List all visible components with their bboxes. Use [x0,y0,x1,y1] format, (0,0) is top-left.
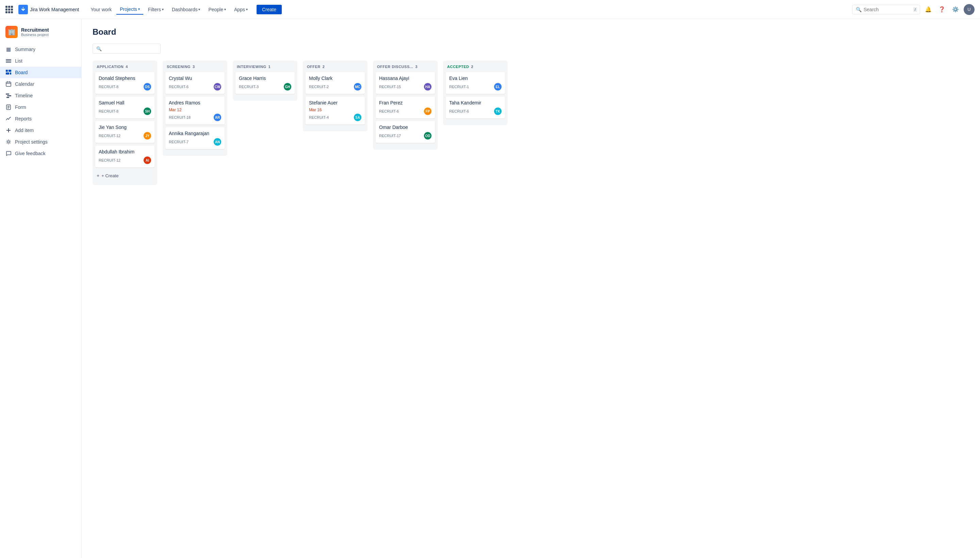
project-avatar: 🏢 [5,26,18,38]
nav-people[interactable]: People ▾ [205,5,229,14]
user-avatar[interactable]: U [964,4,975,15]
sidebar-item-label: Timeline [15,93,33,98]
list-icon [5,58,11,64]
app-layout: 🏢 Recruitment Business project ▦ Summary… [0,0,980,558]
card-taha-kandemir[interactable]: Taha Kandemir RECRUIT-6 TK [446,97,505,118]
sidebar-item-project-settings[interactable]: Project settings [0,136,81,148]
search-box[interactable]: 🔍 / [852,5,920,14]
card-omar-darboe[interactable]: Omar Darboe RECRUIT-17 OD [376,121,435,143]
column-header-application: APPLICATION 4 [95,65,154,69]
sidebar-item-board[interactable]: Board [0,67,81,78]
create-card-button[interactable]: + + Create [95,170,154,181]
column-label-screening: SCREENING [167,65,190,69]
add-item-icon [5,127,11,133]
card-annika-rangarajan[interactable]: Annika Rangarajan RECRUIT-7 AN [165,127,225,149]
card-footer: RECRUIT-18 AR [169,114,221,121]
card-footer: RECRUIT-6 CW [169,83,221,90]
card-footer: RECRUIT-1 EL [449,83,502,90]
topnav-left: Jira Work Management Your work Projects … [5,5,282,15]
nav-dashboards[interactable]: Dashboards ▾ [168,5,204,14]
card-avatar: AN [214,138,221,146]
card-grace-harris[interactable]: Grace Harris RECRUIT-3 GH [235,72,295,94]
search-slash: / [913,7,917,12]
nav-your-work[interactable]: Your work [87,5,115,14]
card-id: RECRUIT-8 [98,85,118,89]
card-name: Taha Kandemir [449,100,502,105]
card-abdullah-ibrahim[interactable]: Abdullah Ibrahim RECRUIT-12 AI [95,146,154,167]
card-id: RECRUIT-8 [98,109,118,113]
card-id: RECRUIT-4 [309,115,329,120]
column-count-offer: 2 [323,65,325,69]
sidebar-item-add-item[interactable]: Add item [0,125,81,136]
card-jie-yan-song[interactable]: Jie Yan Song RECRUIT-12 JY [95,121,154,143]
board-search-box[interactable]: 🔍 [92,44,161,54]
card-id: RECRUIT-18 [169,115,190,120]
sidebar-item-label: Reports [15,116,32,121]
sidebar-item-form[interactable]: Form [0,102,81,113]
card-avatar: MC [354,83,361,90]
card-andres-ramos[interactable]: Andres Ramos Mar 12 RECRUIT-18 AR [165,97,225,125]
svg-rect-7 [6,82,11,87]
card-footer: RECRUIT-8 DS [98,83,151,90]
nav-projects[interactable]: Projects ▾ [117,5,143,15]
topnav-right: 🔍 / 🔔 ❓ ⚙️ U [852,4,975,15]
filters-chevron-icon: ▾ [162,8,164,11]
card-date: Mar 16 [309,108,361,112]
give-feedback-icon [5,150,11,156]
column-header-screening: SCREENING 3 [165,65,225,69]
card-footer: RECRUIT-12 AI [98,156,151,164]
column-label-interviewing: INTERVIEWING [237,65,266,69]
card-avatar: DS [144,83,151,90]
card-avatar: SA [354,114,361,121]
card-footer: RECRUIT-3 GH [239,83,291,90]
card-crystal-wu[interactable]: Crystal Wu RECRUIT-6 CW [165,72,225,94]
svg-rect-11 [6,94,9,95]
projects-chevron-icon: ▾ [138,7,140,11]
card-footer: RECRUIT-12 JY [98,132,151,140]
column-header-offer: OFFER 2 [305,65,365,69]
column-interviewing: INTERVIEWING 1 Grace Harris RECRUIT-3 GH [233,61,297,101]
sidebar-item-reports[interactable]: Reports [0,113,81,125]
create-button[interactable]: Create [256,5,282,14]
card-fran-perez[interactable]: Fran Perez RECRUIT-6 FP [376,97,435,118]
nav-filters[interactable]: Filters ▾ [144,5,167,14]
column-screening: SCREENING 3 Crystal Wu RECRUIT-6 CW Andr… [163,61,227,156]
card-eva-lien[interactable]: Eva Lien RECRUIT-1 EL [446,72,505,94]
sidebar-item-summary[interactable]: ▦ Summary [0,44,81,55]
sidebar-item-label: Summary [15,47,35,52]
dashboards-chevron-icon: ▾ [199,8,200,11]
apps-grid-icon[interactable] [5,6,13,13]
column-label-offer: OFFER [307,65,320,69]
card-stefanie-auer[interactable]: Stefanie Auer Mar 16 RECRUIT-4 SA [305,97,365,125]
card-id: RECRUIT-17 [379,134,401,138]
card-footer: RECRUIT-7 AN [169,138,221,146]
project-info: Recruitment Business project [21,27,49,37]
sidebar-item-list[interactable]: List [0,55,81,67]
column-label-application: APPLICATION [97,65,123,69]
notifications-button[interactable]: 🔔 [923,4,934,15]
help-button[interactable]: ❓ [936,4,947,15]
column-offer-discuss: OFFER DISCUSS... 3 Hassana Ajayi RECRUIT… [373,61,438,150]
board-search-input[interactable] [104,46,158,51]
settings-button[interactable]: ⚙️ [950,4,961,15]
svg-rect-0 [6,59,11,60]
card-donald-stephens[interactable]: Donald Stephens RECRUIT-8 DS [95,72,154,94]
card-hassana-ajayi[interactable]: Hassana Ajayi RECRUIT-15 HA [376,72,435,94]
column-header-interviewing: INTERVIEWING 1 [235,65,295,69]
logo[interactable]: Jira Work Management [18,5,79,14]
sidebar-item-calendar[interactable]: Calendar [0,78,81,90]
card-avatar: JY [144,132,151,140]
column-count-offer-discuss: 3 [415,65,417,69]
nav-apps[interactable]: Apps ▾ [231,5,251,14]
sidebar-item-timeline[interactable]: Timeline [0,90,81,102]
card-name: Eva Lien [449,75,502,81]
card-molly-clark[interactable]: Molly Clark RECRUIT-2 MC [305,72,365,94]
sidebar-item-give-feedback[interactable]: Give feedback [0,148,81,159]
card-samuel-hall[interactable]: Samuel Hall RECRUIT-8 SH [95,97,154,118]
people-chevron-icon: ▾ [224,8,226,11]
column-count-application: 4 [126,65,128,69]
card-avatar: SH [144,108,151,115]
search-input[interactable] [863,7,911,12]
card-avatar: OD [424,132,432,140]
form-icon [5,104,11,110]
